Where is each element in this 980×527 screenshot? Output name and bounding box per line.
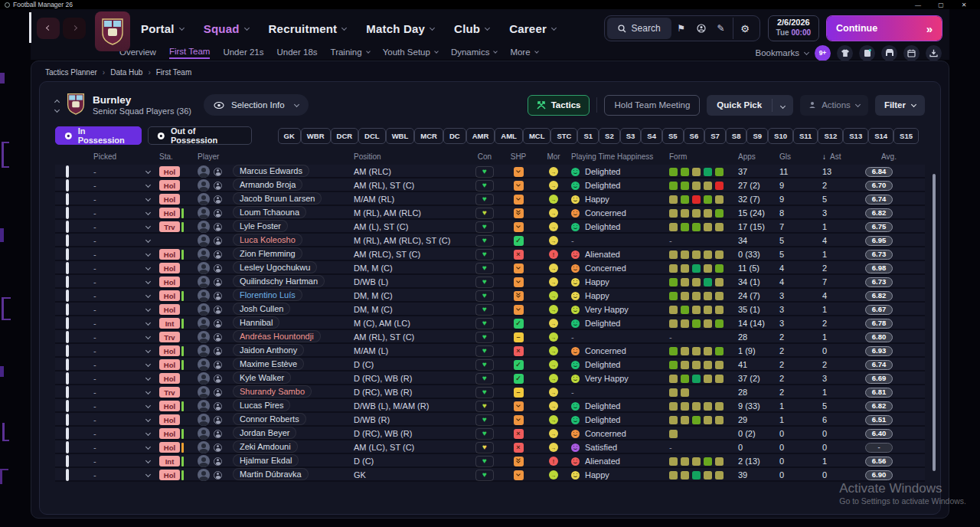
player-name[interactable]: Jaidon Anthony bbox=[233, 344, 304, 356]
table-row[interactable]: -TrvAndréas HountondjiAM (RL), ST (C)♥–→… bbox=[55, 330, 925, 344]
picked-dropdown[interactable]: - bbox=[93, 401, 159, 411]
player-avatar[interactable] bbox=[198, 441, 210, 453]
picked-dropdown[interactable]: - bbox=[93, 291, 159, 300]
notifications-badge[interactable]: 9+ bbox=[815, 45, 831, 61]
picked-dropdown[interactable]: - bbox=[93, 443, 159, 452]
table-row[interactable]: -IntHjalmar EkdalD (C)♥!Alienated2 (13)0… bbox=[55, 454, 925, 468]
player-name[interactable]: Martin Dúbravka bbox=[233, 468, 309, 480]
player-avatar[interactable] bbox=[198, 358, 210, 371]
scrollbar-thumb[interactable] bbox=[933, 174, 936, 471]
position-chip-s2[interactable]: S2 bbox=[599, 128, 620, 144]
row-checkbox[interactable] bbox=[66, 400, 69, 412]
player-avatar[interactable] bbox=[198, 455, 210, 467]
position-chip-s5[interactable]: S5 bbox=[662, 128, 684, 144]
picked-dropdown[interactable]: - bbox=[93, 457, 159, 466]
picked-dropdown[interactable]: - bbox=[93, 264, 159, 273]
status-tag[interactable]: Hol bbox=[159, 401, 180, 411]
row-checkbox[interactable] bbox=[66, 469, 69, 481]
row-checkbox[interactable] bbox=[66, 345, 69, 357]
position-chip-amr[interactable]: AMR bbox=[466, 128, 495, 144]
player-name[interactable]: Maxime Estève bbox=[233, 358, 304, 370]
close-button[interactable]: ✕ bbox=[952, 2, 975, 8]
table-row[interactable]: -HolMartin DúbravkaGK♥→Happy39006.90 bbox=[55, 468, 925, 482]
row-checkbox[interactable] bbox=[66, 386, 69, 398]
column-header-apps[interactable]: Apps bbox=[738, 152, 779, 161]
player-avatar[interactable] bbox=[198, 221, 210, 233]
picked-dropdown[interactable]: - bbox=[93, 208, 159, 218]
row-checkbox[interactable] bbox=[66, 441, 69, 453]
status-tag[interactable]: Int bbox=[159, 456, 180, 466]
player-avatar[interactable] bbox=[198, 331, 210, 343]
position-chip-gk[interactable]: GK bbox=[278, 128, 301, 144]
picked-dropdown[interactable]: - bbox=[93, 332, 159, 342]
row-checkbox[interactable] bbox=[66, 414, 69, 426]
column-header-gls[interactable]: Gls bbox=[779, 152, 822, 161]
position-chip-s13[interactable]: S13 bbox=[843, 128, 868, 144]
player-name[interactable]: Jordan Beyer bbox=[233, 427, 296, 439]
player-avatar[interactable] bbox=[198, 386, 210, 398]
game-date[interactable]: 2/6/2026 Tue 00:00 bbox=[768, 15, 819, 41]
player-profile-icon[interactable] bbox=[214, 182, 222, 190]
table-row[interactable]: -HolZion FlemmingAM (RLC), ST (C)♥×!Alie… bbox=[55, 247, 925, 261]
player-name[interactable]: Loum Tchaouna bbox=[233, 206, 306, 218]
subnav-item-under-21s[interactable]: Under 21s bbox=[223, 47, 263, 58]
status-tag[interactable]: Trv bbox=[159, 387, 180, 398]
club-crest[interactable] bbox=[95, 11, 130, 51]
column-header-position[interactable]: Position bbox=[354, 152, 469, 161]
column-header-playing-time-happiness[interactable]: Playing Time Happiness bbox=[571, 152, 669, 161]
position-chip-s10[interactable]: S10 bbox=[768, 128, 793, 144]
row-checkbox[interactable] bbox=[66, 221, 69, 233]
position-chip-s3[interactable]: S3 bbox=[620, 128, 642, 144]
subnav-item-training[interactable]: Training bbox=[331, 47, 370, 58]
position-chip-dc[interactable]: DC bbox=[443, 128, 466, 144]
table-row[interactable]: -HolJaidon AnthonyM/AM (L)♥×→Concerned1 … bbox=[55, 344, 925, 358]
column-header-form[interactable]: Form bbox=[669, 152, 738, 161]
breadcrumb-item[interactable]: Data Hub bbox=[110, 68, 142, 77]
row-checkbox[interactable] bbox=[66, 331, 69, 343]
table-row[interactable]: -HolMaxime EstèveD (C)♥✓→Delighted41226.… bbox=[55, 358, 925, 372]
nav-item-squad[interactable]: Squad bbox=[204, 22, 249, 35]
back-button[interactable] bbox=[37, 18, 60, 39]
status-tag[interactable]: Hol bbox=[159, 442, 180, 453]
row-checkbox[interactable] bbox=[66, 193, 69, 205]
picked-dropdown[interactable]: - bbox=[93, 429, 159, 438]
status-tag[interactable]: Hol bbox=[159, 194, 180, 205]
player-profile-icon[interactable] bbox=[214, 347, 222, 355]
column-header-player[interactable]: Player bbox=[198, 152, 354, 161]
player-avatar[interactable] bbox=[198, 469, 210, 481]
picked-dropdown[interactable]: - bbox=[93, 236, 159, 245]
bookmarks-dropdown[interactable]: Bookmarks bbox=[755, 48, 808, 57]
status-tag[interactable]: Hol bbox=[159, 470, 180, 480]
player-avatar[interactable] bbox=[198, 400, 210, 412]
row-checkbox[interactable] bbox=[66, 427, 69, 440]
player-avatar[interactable] bbox=[198, 165, 210, 178]
status-tag[interactable]: Hol bbox=[159, 414, 180, 425]
player-name[interactable]: Connor Roberts bbox=[233, 413, 306, 425]
status-tag[interactable]: Hol bbox=[159, 277, 180, 287]
player-profile-icon[interactable] bbox=[214, 250, 222, 259]
maximize-button[interactable]: ▢ bbox=[929, 2, 952, 8]
picked-dropdown[interactable]: - bbox=[93, 470, 159, 480]
row-checkbox[interactable] bbox=[66, 455, 69, 467]
table-row[interactable]: -HolJacob Bruun LarsenM/AM (RL)♥→Happy32… bbox=[55, 192, 925, 206]
profile-icon[interactable] bbox=[691, 18, 711, 39]
player-profile-icon[interactable] bbox=[214, 361, 222, 369]
forward-button[interactable] bbox=[63, 18, 86, 39]
position-chip-mcl[interactable]: MCL bbox=[523, 128, 551, 144]
row-checkbox[interactable] bbox=[66, 179, 69, 191]
edit-icon[interactable]: ✎ bbox=[711, 18, 731, 39]
player-profile-icon[interactable] bbox=[214, 388, 222, 397]
player-avatar[interactable] bbox=[198, 234, 210, 247]
player-avatar[interactable] bbox=[198, 262, 210, 274]
picked-dropdown[interactable]: - bbox=[93, 167, 159, 176]
position-chip-s12[interactable]: S12 bbox=[818, 128, 843, 144]
breadcrumb-item[interactable]: Tactics Planner bbox=[45, 68, 97, 77]
position-chip-aml[interactable]: AML bbox=[495, 128, 523, 144]
player-avatar[interactable] bbox=[198, 414, 210, 426]
shirt-icon[interactable] bbox=[837, 45, 853, 61]
quick-pick-button[interactable]: Quick Pick bbox=[707, 95, 793, 116]
player-profile-icon[interactable] bbox=[214, 402, 222, 411]
status-tag[interactable]: Hol bbox=[159, 373, 180, 384]
position-chip-s15[interactable]: S15 bbox=[893, 128, 919, 144]
player-name[interactable]: Luca Koleosho bbox=[233, 234, 302, 246]
